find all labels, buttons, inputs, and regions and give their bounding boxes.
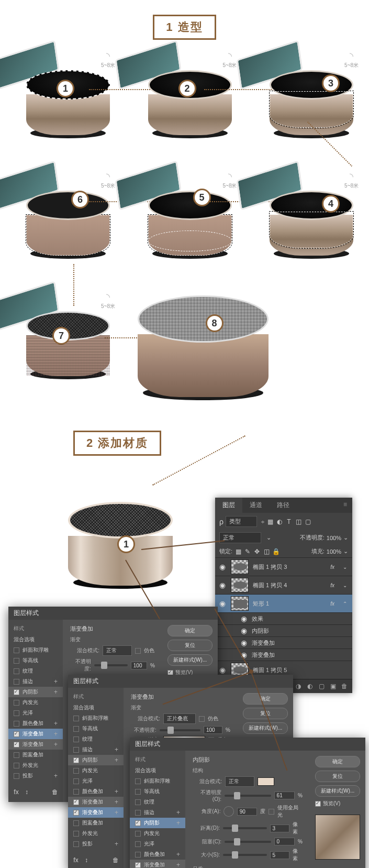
step-badge-3: 3 [322, 74, 340, 92]
style-inner-shadow[interactable]: 内阴影+ [8, 687, 63, 697]
visibility-icon[interactable]: ◉ [218, 563, 227, 571]
step-2: ◝ 5~8米 2 [132, 54, 237, 144]
layer-thumbnail [231, 559, 249, 574]
filter-smart-icon[interactable]: ▢ [304, 518, 311, 525]
layer-thumbnail [231, 578, 249, 592]
blend-mode-select[interactable]: 正常 [103, 645, 132, 656]
wifi-icon: ◝ [350, 50, 353, 62]
step-8: 8 [138, 295, 295, 384]
choke-input[interactable]: 0 [274, 838, 295, 845]
choke-slider[interactable] [225, 841, 271, 843]
fill-value[interactable]: 100% [327, 548, 341, 555]
step-badge-6: 6 [71, 191, 89, 208]
section2-title: 2 添加材质 [73, 431, 161, 456]
style-satin[interactable]: 光泽 [8, 708, 63, 718]
style-outer-glow[interactable]: 外发光 [8, 760, 63, 771]
layer-row[interactable]: ◉ 椭圆 1 拷贝 4 fx⌄ [215, 576, 352, 594]
visibility-icon[interactable]: ◉ [218, 581, 227, 589]
blend-mode-select[interactable]: 正常 [225, 776, 254, 787]
cancel-button[interactable]: 复位 [315, 771, 360, 782]
step-6: ◝ 5~8米 6 [10, 175, 115, 264]
opacity-slider[interactable] [225, 795, 271, 797]
ok-button[interactable]: 确定 [315, 756, 360, 767]
style-texture[interactable]: 纹理 [8, 666, 63, 676]
opacity-slider[interactable] [160, 729, 200, 731]
lock-position-icon[interactable]: ✥ [253, 548, 261, 555]
lock-all-icon[interactable]: 🔒 [272, 548, 279, 555]
wifi-icon: ◝ [228, 171, 232, 182]
lock-pixels-icon[interactable]: ▦ [234, 548, 242, 555]
style-list: 样式 混合选项 斜面和浮雕 等高线 纹理 描边+ 内阴影+ 内发光 光泽 颜色叠… [8, 620, 63, 802]
style-drop-shadow[interactable]: 投影+ [8, 771, 63, 781]
opacity-input[interactable]: 61 [274, 792, 295, 799]
style-blend-options[interactable]: 混合选项 [8, 634, 63, 645]
fx-badge[interactable]: fx [330, 583, 337, 588]
dialog-title: 图层样式 [68, 675, 293, 688]
opacity-slider[interactable] [94, 664, 128, 666]
style-pattern-overlay[interactable]: 图案叠加 [8, 750, 63, 760]
style-bevel[interactable]: 斜面和浮雕 [8, 645, 63, 655]
blend-mode-select[interactable]: 正常 [219, 532, 261, 543]
ok-button[interactable]: 确定 [167, 625, 213, 636]
size-slider[interactable] [223, 854, 267, 856]
cancel-button[interactable]: 复位 [167, 640, 213, 651]
fx-menu-icon[interactable]: fx [13, 788, 20, 796]
layer-name[interactable]: 椭圆 1 拷贝 4 [253, 581, 326, 589]
global-light-checkbox[interactable] [269, 809, 274, 815]
style-gradient-overlay[interactable]: 渐变叠加+ [8, 729, 63, 739]
fx-badge[interactable]: fx [330, 564, 337, 570]
distance-slider[interactable] [223, 827, 267, 829]
distance-input[interactable]: 3 [270, 825, 290, 832]
opacity-input[interactable]: 100 [131, 662, 147, 669]
fx-badge[interactable]: fx [330, 601, 337, 607]
style-inner-glow[interactable]: 内发光 [8, 697, 63, 708]
step-5: ◝ 5~8米 5 [132, 175, 237, 264]
step-4: ◝ 5~8米 4 [254, 175, 359, 264]
tab-channels[interactable]: 通道 [242, 498, 270, 513]
opacity-input[interactable]: 100 [204, 726, 222, 734]
filter-shape-icon[interactable]: ◫ [295, 518, 302, 525]
blend-mode-select[interactable]: 正片叠底 [163, 713, 196, 724]
layer-row[interactable]: ◉ 椭圆 1 拷贝 3 fx⌄ [215, 557, 352, 576]
filter-adjust-icon[interactable]: ◐ [276, 518, 283, 525]
new-style-button[interactable]: 新建样式(W)... [167, 654, 213, 666]
dialog-title: 图层样式 [130, 738, 365, 751]
distance-label: 5~8米 [101, 62, 115, 69]
lock-artboard-icon[interactable]: ◫ [263, 548, 270, 555]
layer-name[interactable]: 椭圆 1 拷贝 3 [253, 563, 326, 571]
steps-section-1: ◝ 5~8米 1 ◝ 5~8米 2 ◝ 5~8米 3 [0, 54, 369, 416]
angle-input[interactable]: 90 [237, 808, 258, 816]
filter-type-icon[interactable]: T [285, 518, 293, 525]
wifi-icon: ◝ [106, 291, 110, 303]
filter-type-select[interactable]: 类型 [226, 516, 257, 527]
ok-button[interactable]: 确定 [243, 693, 288, 705]
section1-title: 1 造型 [153, 15, 216, 40]
style-preview [315, 815, 360, 860]
dialog-title: 图层样式 [8, 607, 218, 620]
style-contour[interactable]: 等高线 [8, 655, 63, 666]
style-gradient-overlay-2[interactable]: 渐变叠加+ [8, 739, 63, 750]
wifi-icon: ◝ [106, 50, 110, 62]
size-input[interactable]: 5 [270, 851, 290, 859]
step-badge-8: 8 [206, 314, 223, 332]
section-2: 1 图层 通道 路径 ≡ ρ 类型 ÷ ▦ ◐ T ◫ ▢ 正常 ⌄ 不透明度: [0, 470, 369, 868]
style-list: 样式 混合选项 斜面和浮雕 等高线 纹理 描边+ 内阴影+ 内发光 光泽 颜色叠… [68, 688, 124, 868]
lock-paint-icon[interactable]: ✎ [244, 548, 251, 555]
tab-layers[interactable]: 图层 [215, 498, 242, 513]
panel-menu-icon[interactable]: ≡ [338, 498, 352, 513]
wifi-icon: ◝ [106, 171, 110, 182]
tab-paths[interactable]: 路径 [270, 498, 297, 513]
dither-checkbox[interactable] [135, 648, 141, 654]
material-speaker: 1 [68, 502, 173, 586]
new-style-button[interactable]: 新建样式(W)... [315, 785, 360, 797]
opacity-value[interactable]: 100% [327, 535, 341, 541]
step-1: ◝ 5~8米 1 [10, 54, 115, 144]
style-stroke[interactable]: 描边+ [8, 676, 63, 687]
new-style-button[interactable]: 新建样式(W)... [243, 722, 288, 734]
filter-pixel-icon[interactable]: ▦ [266, 518, 274, 525]
color-picker[interactable] [258, 777, 274, 786]
style-color-overlay[interactable]: 颜色叠加+ [8, 718, 63, 729]
style-list: 样式 混合选项 斜面和浮雕 等高线 纹理 描边+ 内阴影+ 内发光 光泽 颜色叠… [130, 751, 185, 868]
step-badge-2: 2 [178, 80, 196, 97]
wifi-icon: ◝ [228, 50, 232, 62]
